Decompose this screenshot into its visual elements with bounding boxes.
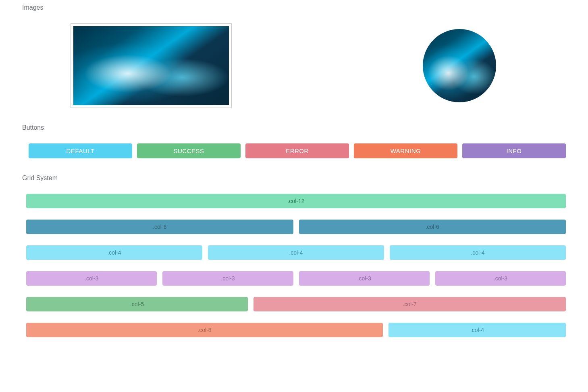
wave-thumbnail-image [73, 26, 229, 105]
col-6-a: .col-6 [26, 220, 293, 234]
warning-button[interactable]: WARNING [354, 143, 457, 158]
col-5: .col-5 [26, 297, 248, 311]
col-4-a: .col-4 [26, 245, 202, 260]
grid-row-2: .col-6 .col-6 [26, 220, 566, 234]
grid-row-4: .col-3 .col-3 .col-3 .col-3 [26, 271, 566, 286]
buttons-heading: Buttons [22, 124, 566, 131]
info-button[interactable]: INFO [462, 143, 566, 158]
col-6-b: .col-6 [299, 220, 566, 234]
wave-circle-image [423, 29, 496, 102]
success-button[interactable]: SUCCESS [137, 143, 241, 158]
grid-heading: Grid System [22, 174, 566, 182]
grid-row-6: .col-8 .col-4 [26, 323, 566, 337]
col-4-d: .col-4 [389, 323, 566, 337]
buttons-row: DEFAULT SUCCESS ERROR WARNING INFO [29, 143, 566, 158]
circle-image-wrap [353, 23, 566, 108]
col-7: .col-7 [253, 297, 566, 311]
col-3-d: .col-3 [435, 271, 566, 286]
col-3-b: .col-3 [162, 271, 293, 286]
grid-row-1: .col-12 [26, 194, 566, 208]
col-12: .col-12 [26, 194, 566, 208]
default-button[interactable]: DEFAULT [29, 143, 132, 158]
col-8: .col-8 [26, 323, 383, 337]
col-3-a: .col-3 [26, 271, 157, 286]
col-3-c: .col-3 [299, 271, 430, 286]
col-4-c: .col-4 [390, 245, 566, 260]
thumbnail-image-frame [71, 23, 232, 108]
grid-demo: .col-12 .col-6 .col-6 .col-4 .col-4 .col… [26, 194, 566, 337]
grid-row-3: .col-4 .col-4 .col-4 [26, 245, 566, 260]
images-heading: Images [22, 4, 566, 11]
error-button[interactable]: ERROR [245, 143, 349, 158]
col-4-b: .col-4 [208, 245, 384, 260]
images-row [71, 23, 566, 108]
grid-row-5: .col-5 .col-7 [26, 297, 566, 311]
